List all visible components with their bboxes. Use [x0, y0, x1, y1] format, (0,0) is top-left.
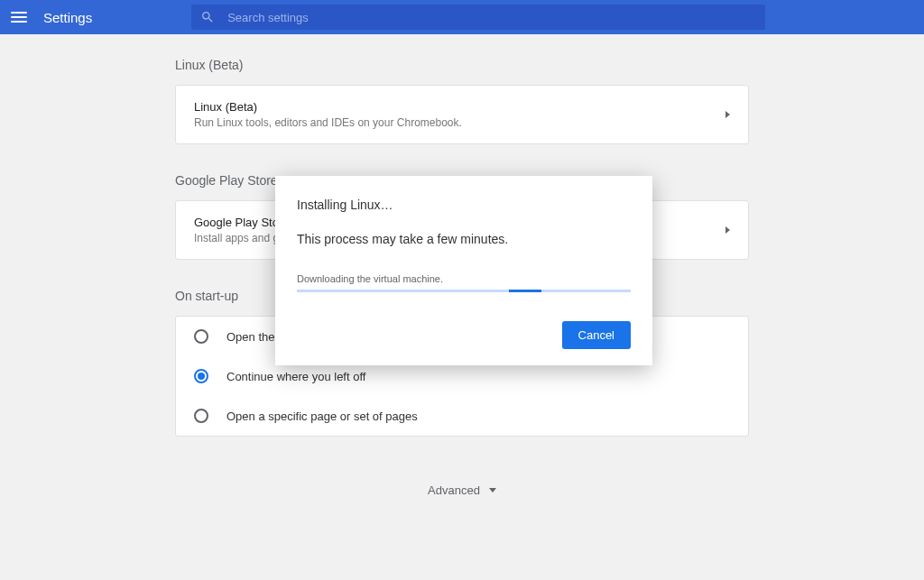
progress-bar — [509, 290, 541, 292]
search-input[interactable] — [227, 11, 756, 24]
advanced-label: Advanced — [428, 483, 480, 497]
radio-label: Open a specific page or set of pages — [226, 410, 418, 423]
app-header: Settings — [0, 0, 924, 34]
linux-item-subtitle: Run Linux tools, editors and IDEs on you… — [194, 116, 725, 129]
chevron-down-icon — [489, 488, 496, 493]
progress-track — [297, 290, 631, 292]
cancel-button[interactable]: Cancel — [562, 321, 631, 349]
dialog-body: This process may take a few minutes. — [297, 232, 631, 246]
linux-beta-row[interactable]: Linux (Beta) Run Linux tools, editors an… — [176, 86, 748, 143]
dialog-actions: Cancel — [297, 321, 631, 349]
hamburger-menu-icon[interactable] — [11, 9, 27, 25]
install-linux-dialog: Installing Linux… This process may take … — [275, 176, 652, 365]
chevron-right-icon — [725, 111, 730, 118]
radio-label: Continue where you left off — [226, 370, 365, 383]
radio-icon[interactable] — [194, 329, 208, 344]
advanced-toggle[interactable]: Advanced — [175, 465, 749, 542]
dialog-title: Installing Linux… — [297, 198, 631, 212]
chevron-right-icon — [725, 226, 730, 234]
search-icon — [200, 10, 215, 24]
startup-option-specific[interactable]: Open a specific page or set of pages — [176, 396, 748, 436]
page-title: Settings — [43, 10, 92, 25]
search-box[interactable] — [191, 5, 765, 30]
linux-card: Linux (Beta) Run Linux tools, editors an… — [175, 85, 749, 144]
dialog-status: Downloading the virtual machine. — [297, 273, 631, 284]
radio-icon[interactable] — [194, 369, 208, 383]
section-title-linux: Linux (Beta) — [175, 58, 749, 72]
radio-icon[interactable] — [194, 409, 208, 423]
linux-item-title: Linux (Beta) — [194, 100, 725, 114]
